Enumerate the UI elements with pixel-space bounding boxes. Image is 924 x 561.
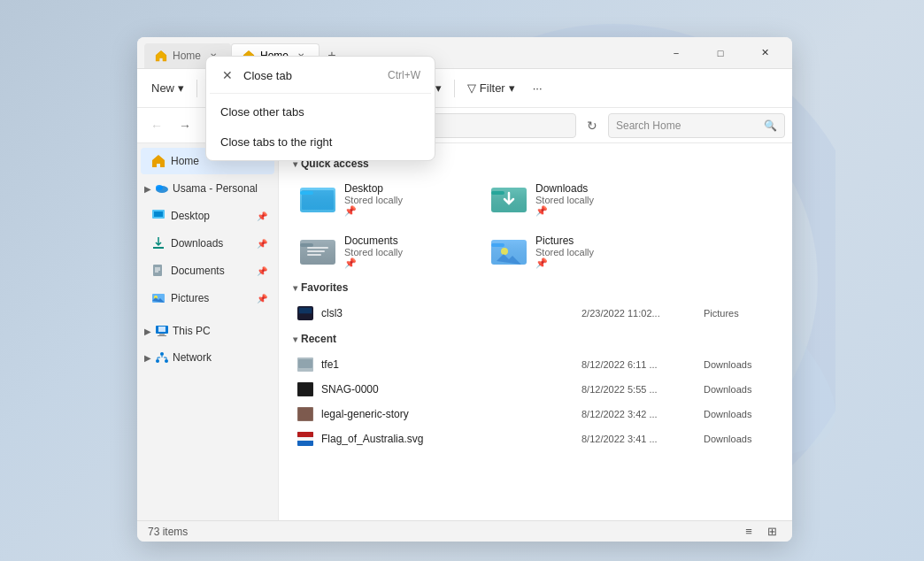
filter-button[interactable]: ▽ Filter ▾	[460, 74, 522, 103]
onedrive-expand-arrow: ▶	[144, 184, 151, 194]
sidebar-item-documents[interactable]: Documents 📌	[141, 257, 274, 284]
svg-rect-45	[297, 437, 313, 441]
legal-icon	[296, 405, 314, 423]
sidebar-item-network[interactable]: ▶ Network	[141, 345, 274, 370]
desktop-folder-icon	[300, 182, 335, 214]
snag-name: SNAG-0000	[321, 383, 574, 396]
new-button[interactable]: New ▾	[144, 74, 191, 103]
thispc-expand-arrow: ▶	[144, 327, 151, 336]
search-bar[interactable]: Search Home 🔍	[608, 113, 785, 138]
sidebar-item-desktop[interactable]: Desktop 📌	[141, 203, 274, 229]
svg-rect-44	[297, 432, 313, 437]
downloads-item-sub: Stored locally	[535, 195, 594, 205]
svg-rect-23	[491, 191, 504, 195]
svg-rect-13	[158, 335, 166, 336]
window-close-button[interactable]: ✕	[744, 40, 785, 66]
sidebar-item-thispc[interactable]: ▶ This PC	[141, 319, 274, 343]
snag-icon	[296, 380, 314, 398]
sidebar-item-downloads[interactable]: Downloads 📌	[141, 230, 274, 257]
desktop-grid-item[interactable]: Desktop Stored locally 📌	[293, 177, 470, 222]
tfe1-location: Downloads	[704, 359, 774, 370]
recent-header[interactable]: ▾ Recent	[293, 333, 778, 345]
network-icon	[155, 350, 169, 365]
close-tab-label: Close tab	[243, 69, 292, 82]
sidebar-item-onedrive[interactable]: ▶ Usama - Personal	[141, 176, 274, 201]
documents-folder-icon	[300, 234, 335, 266]
close-tab-item[interactable]: ✕ Close tab Ctrl+W	[210, 60, 431, 90]
back-button[interactable]: ←	[144, 113, 169, 138]
svg-rect-42	[298, 408, 312, 420]
network-expand-arrow: ▶	[144, 353, 151, 363]
sidebar-downloads-label: Downloads	[171, 237, 223, 250]
thispc-icon	[155, 324, 169, 338]
clsl3-name: clsl3	[321, 307, 574, 319]
forward-button[interactable]: →	[173, 113, 197, 138]
svg-point-15	[156, 359, 159, 363]
context-menu: ✕ Close tab Ctrl+W Close other tabs Clos…	[205, 56, 435, 161]
pictures-sidebar-icon	[151, 291, 166, 305]
flag-icon	[296, 430, 314, 448]
clsl3-location: Pictures	[704, 308, 774, 319]
minimize-button[interactable]: −	[656, 40, 697, 66]
tfe1-name: tfe1	[321, 358, 574, 371]
refresh-button[interactable]: ↻	[580, 113, 604, 138]
pictures-folder-icon	[491, 234, 527, 266]
ctx-sep1	[210, 93, 431, 94]
svg-rect-20	[300, 191, 313, 195]
filter-label: Filter	[480, 81, 505, 95]
recent-item-snag[interactable]: SNAG-0000 8/12/2022 5:55 ... Downloads	[293, 377, 778, 402]
sidebar-network-label: Network	[173, 351, 212, 364]
svg-rect-6	[154, 211, 163, 217]
recent-item-tfe1[interactable]: tfe1 8/12/2022 6:11 ... Downloads	[293, 352, 778, 377]
desktop-item-text: Desktop Stored locally 📌	[344, 182, 403, 217]
pictures-item-text: Pictures Stored locally 📌	[535, 234, 594, 269]
svg-rect-32	[491, 243, 504, 247]
search-placeholder: Search Home	[616, 119, 681, 132]
new-label: New	[151, 81, 174, 95]
downloads-sidebar-icon	[151, 236, 166, 250]
sidebar-desktop-label: Desktop	[171, 210, 210, 222]
sidebar-documents-label: Documents	[171, 265, 225, 277]
documents-grid-item[interactable]: Documents Stored locally 📌	[293, 229, 470, 274]
desktop-item-pin: 📌	[344, 205, 403, 217]
more-button[interactable]: ···	[526, 74, 550, 103]
close-right-tabs-item[interactable]: Close tabs to the right	[210, 127, 431, 157]
documents-item-text: Documents Stored locally 📌	[344, 234, 403, 269]
favorites-item-clsl3[interactable]: clsl3 2/23/2022 11:02... Pictures	[293, 301, 778, 326]
pictures-item-sub: Stored locally	[535, 247, 594, 257]
grid-view-button[interactable]: ⊞	[762, 524, 782, 540]
recent-item-flag[interactable]: Flag_of_Australia.svg 8/12/2022 3:41 ...…	[293, 427, 778, 451]
snag-date: 8/12/2022 5:55 ...	[581, 384, 697, 395]
svg-rect-26	[300, 243, 313, 247]
clsl3-icon	[296, 304, 314, 322]
downloads-grid-item[interactable]: Downloads Stored locally 📌	[484, 177, 661, 222]
toolbar-sep1	[196, 80, 197, 97]
pictures-item-name: Pictures	[535, 234, 594, 247]
tfe1-icon	[296, 356, 314, 373]
legal-location: Downloads	[704, 409, 774, 419]
view-buttons: ≡ ⊞	[739, 524, 782, 540]
favorites-label: Favorites	[301, 281, 348, 294]
favorites-header[interactable]: ▾ Favorites	[293, 281, 778, 294]
new-arrow: ▾	[178, 81, 184, 95]
documents-item-pin: 📌	[344, 257, 403, 269]
pictures-grid-item[interactable]: Pictures Stored locally 📌	[484, 229, 661, 274]
sidebar-home-label: Home	[171, 155, 199, 167]
recent-item-legal[interactable]: legal-generic-story 8/12/2022 3:42 ... D…	[293, 402, 778, 427]
sidebar-item-pictures[interactable]: Pictures 📌	[141, 285, 274, 311]
list-view-button[interactable]: ≡	[739, 524, 758, 540]
item-count: 73 items	[148, 526, 188, 538]
svg-rect-29	[307, 254, 321, 256]
close-other-tabs-item[interactable]: Close other tabs	[210, 96, 431, 127]
svg-point-33	[501, 248, 508, 255]
documents-item-name: Documents	[344, 234, 403, 247]
close-tab-shortcut: Ctrl+W	[388, 69, 420, 81]
main-content: Home ▶ Usama - Personal Desktop 📌	[137, 143, 792, 520]
svg-rect-28	[307, 250, 325, 252]
clsl3-date: 2/23/2022 11:02...	[581, 308, 697, 319]
maximize-button[interactable]: □	[700, 40, 741, 66]
favorites-arrow: ▾	[293, 283, 297, 293]
documents-pin-icon: 📌	[257, 266, 267, 276]
downloads-item-pin: 📌	[535, 205, 594, 217]
svg-rect-40	[298, 383, 312, 396]
